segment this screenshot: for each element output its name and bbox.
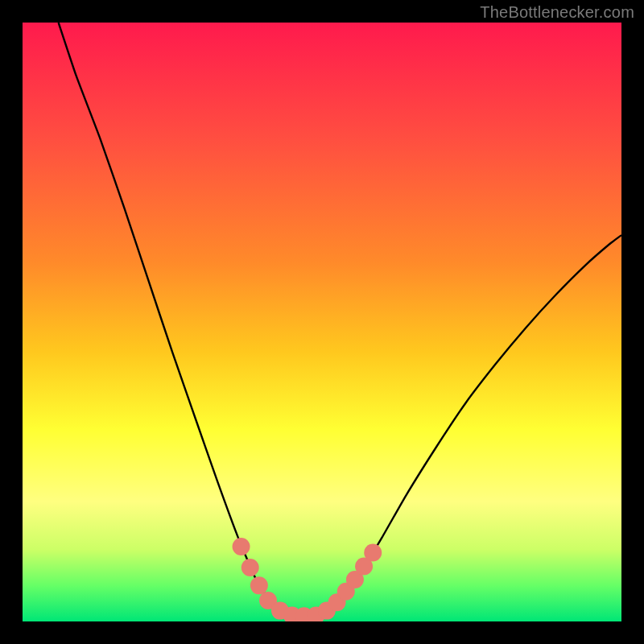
highlight-dot: [242, 559, 259, 576]
highlight-dot: [250, 576, 268, 594]
watermark-text: TheBottlenecker.com: [480, 3, 634, 22]
chart-frame: TheBottlenecker.com: [0, 0, 644, 644]
highlight-dot: [233, 538, 250, 555]
bottleneck-chart: [0, 0, 644, 644]
highlight-dot: [364, 543, 382, 561]
